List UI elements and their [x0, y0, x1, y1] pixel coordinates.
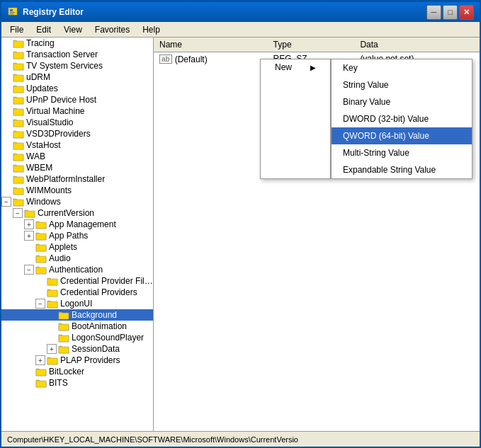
- tree-expand-button[interactable]: +: [24, 231, 34, 241]
- tree-expand-spacer: [1, 84, 11, 93]
- tree-item[interactable]: BITS: [1, 377, 153, 389]
- tree-item-label: WIMMounts: [26, 185, 72, 195]
- tree-expand-spacer: [1, 38, 11, 48]
- tree-item-label: Virtual Machine: [26, 106, 85, 116]
- menu-file[interactable]: File: [4, 23, 29, 35]
- tree-item[interactable]: Credential Providers: [1, 287, 153, 298]
- submenu-item[interactable]: Expandable String Value: [332, 161, 472, 178]
- tree-item-label: Audio: [49, 253, 71, 263]
- svg-rect-19: [13, 120, 23, 127]
- close-button[interactable]: ✕: [459, 5, 474, 20]
- tree-item-label: uDRM: [26, 72, 50, 82]
- tree-item[interactable]: + SessionData: [1, 343, 153, 355]
- tree-expand-button[interactable]: +: [47, 344, 57, 354]
- regedit-icon: [7, 6, 18, 18]
- tree-item[interactable]: Audio: [1, 253, 153, 264]
- svg-rect-15: [13, 98, 23, 104]
- tree-expand-spacer: [47, 321, 57, 331]
- tree-item-label: Credential Providers: [60, 287, 137, 297]
- status-bar: Computer\HKEY_LOCAL_MACHINE\SOFTWARE\Mic…: [1, 431, 480, 447]
- tree-container: Tracing Transaction Server TV System Ser…: [1, 38, 153, 389]
- menu-view[interactable]: View: [58, 23, 88, 35]
- tree-item[interactable]: LogonSoundPlayer: [1, 332, 153, 343]
- tree-item[interactable]: + PLAP Providers: [1, 355, 153, 366]
- tree-item[interactable]: BootAnimation: [1, 321, 153, 332]
- tree-item[interactable]: Background: [1, 309, 153, 321]
- tree-expand-spacer: [1, 140, 11, 150]
- svg-rect-2: [10, 12, 15, 13]
- tree-expand-button[interactable]: −: [24, 265, 34, 275]
- tree-item[interactable]: Updates: [1, 83, 153, 94]
- detail-pane[interactable]: Name Type Data ab (Default) REG_SZ (valu…: [154, 38, 480, 431]
- tree-item-label: Background: [72, 310, 117, 320]
- tree-item[interactable]: WebPlatformInstaller: [1, 173, 153, 185]
- tree-expand-button[interactable]: −: [35, 299, 45, 309]
- tree-item[interactable]: UPnP Device Host: [1, 94, 153, 105]
- svg-rect-47: [47, 279, 57, 285]
- tree-item-label: Credential Provider Filt...: [60, 276, 153, 286]
- menu-help[interactable]: Help: [137, 23, 166, 35]
- tree-item[interactable]: − CurrentVersion: [1, 207, 153, 219]
- tree-expand-spacer: [1, 151, 11, 161]
- tree-expand-button[interactable]: +: [24, 219, 34, 229]
- menu-edit[interactable]: Edit: [30, 23, 57, 35]
- maximize-button[interactable]: □: [443, 5, 458, 20]
- tree-item[interactable]: − LogonUI: [1, 298, 153, 309]
- tree-item[interactable]: TV System Services: [1, 60, 153, 71]
- tree-item[interactable]: + App Management: [1, 219, 153, 230]
- tree-expand-spacer: [1, 72, 11, 82]
- svg-rect-37: [36, 222, 46, 229]
- svg-rect-13: [13, 86, 23, 93]
- tree-item[interactable]: Transaction Server: [1, 49, 153, 60]
- tree-item[interactable]: WBEM: [1, 162, 153, 173]
- tree-item[interactable]: VisualStudio: [1, 117, 153, 128]
- tree-item[interactable]: Tracing: [1, 38, 153, 49]
- submenu-arrow: ▶: [310, 64, 316, 71]
- tree-item[interactable]: + App Paths: [1, 230, 153, 241]
- tree-item[interactable]: BitLocker: [1, 366, 153, 377]
- tree-item[interactable]: VSD3DProviders: [1, 128, 153, 139]
- submenu-item[interactable]: Key: [332, 59, 472, 76]
- svg-rect-43: [36, 256, 46, 263]
- tree-item-label: WAB: [26, 151, 45, 161]
- tree-item[interactable]: uDRM: [1, 71, 153, 83]
- tree-item[interactable]: Virtual Machine: [1, 105, 153, 117]
- svg-rect-33: [13, 200, 23, 206]
- svg-rect-23: [13, 143, 23, 149]
- title-bar-left: Registry Editor: [7, 6, 84, 18]
- submenu-item[interactable]: QWORD (64-bit) Value: [332, 127, 472, 144]
- svg-rect-63: [36, 369, 46, 376]
- tree-item-label: VstaHost: [26, 140, 61, 150]
- svg-rect-35: [25, 211, 35, 217]
- tree-item[interactable]: WAB: [1, 151, 153, 162]
- submenu-item[interactable]: Multi-String Value: [332, 144, 472, 161]
- submenu-item[interactable]: String Value: [332, 76, 472, 93]
- tree-expand-button[interactable]: −: [1, 197, 11, 207]
- svg-rect-29: [13, 177, 23, 183]
- menu-new-item[interactable]: New ▶: [261, 59, 330, 75]
- menu-bar: File Edit View Favorites Help: [1, 22, 480, 38]
- tree-expand-spacer: [1, 163, 11, 173]
- tree-item[interactable]: WIMMounts: [1, 185, 153, 196]
- tree-item[interactable]: Applets: [1, 241, 153, 253]
- svg-rect-41: [36, 245, 46, 251]
- tree-item[interactable]: − Authentication: [1, 264, 153, 275]
- tree-item-label: WebPlatformInstaller: [26, 174, 105, 184]
- submenu-item[interactable]: DWORD (32-bit) Value: [332, 110, 472, 127]
- tree-pane[interactable]: Tracing Transaction Server TV System Ser…: [1, 38, 154, 431]
- tree-expand-button[interactable]: −: [13, 208, 23, 218]
- tree-item[interactable]: VstaHost: [1, 139, 153, 151]
- tree-item[interactable]: − Windows: [1, 196, 153, 207]
- tree-expand-spacer: [24, 242, 34, 252]
- tree-expand-button[interactable]: +: [35, 355, 45, 365]
- title-buttons: ─ □ ✕: [426, 5, 474, 20]
- registry-editor-window: Registry Editor ─ □ ✕ File Edit View Fav…: [0, 0, 481, 448]
- tree-item-label: UPnP Device Host: [26, 95, 96, 105]
- main-content: Tracing Transaction Server TV System Ser…: [1, 38, 480, 431]
- minimize-button[interactable]: ─: [426, 5, 441, 20]
- menu-favorites[interactable]: Favorites: [89, 23, 135, 35]
- svg-rect-1: [10, 9, 13, 11]
- submenu-item[interactable]: Binary Value: [332, 93, 472, 110]
- tree-expand-spacer: [47, 310, 57, 320]
- tree-item[interactable]: Credential Provider Filt...: [1, 275, 153, 287]
